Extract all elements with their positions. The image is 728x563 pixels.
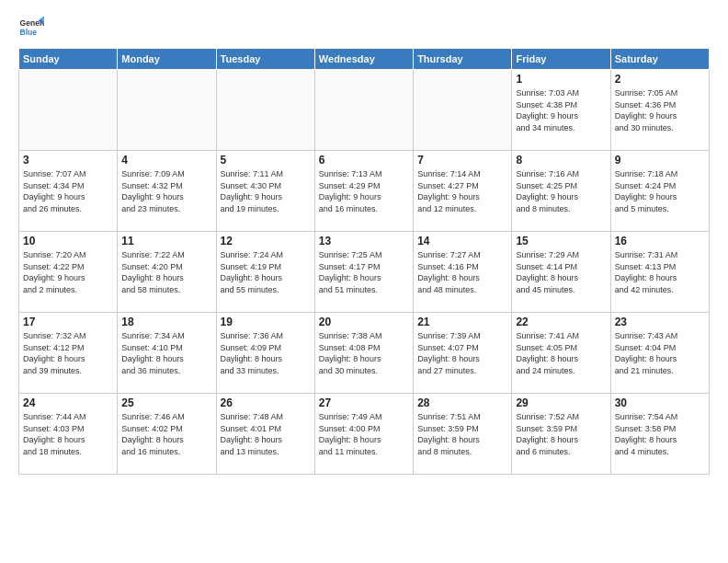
- calendar-cell: 20Sunrise: 7:38 AM Sunset: 4:08 PM Dayli…: [314, 313, 413, 394]
- calendar-cell: 12Sunrise: 7:24 AM Sunset: 4:19 PM Dayli…: [216, 232, 314, 313]
- weekday-header: Wednesday: [314, 49, 413, 70]
- day-info: Sunrise: 7:36 AM Sunset: 4:09 PM Dayligh…: [221, 330, 311, 376]
- calendar-cell: 15Sunrise: 7:29 AM Sunset: 4:14 PM Dayli…: [512, 232, 610, 313]
- calendar-header-row: SundayMondayTuesdayWednesdayThursdayFrid…: [19, 49, 710, 70]
- weekday-header: Monday: [118, 49, 216, 70]
- weekday-header: Thursday: [414, 49, 512, 70]
- calendar-cell: 23Sunrise: 7:43 AM Sunset: 4:04 PM Dayli…: [610, 313, 709, 394]
- calendar-cell: 22Sunrise: 7:41 AM Sunset: 4:05 PM Dayli…: [512, 313, 610, 394]
- calendar-cell: [216, 70, 314, 151]
- day-number: 15: [516, 235, 606, 247]
- weekday-header: Saturday: [610, 49, 709, 70]
- day-info: Sunrise: 7:11 AM Sunset: 4:30 PM Dayligh…: [221, 168, 311, 214]
- logo: General Blue: [18, 15, 44, 40]
- calendar-cell: 30Sunrise: 7:54 AM Sunset: 3:58 PM Dayli…: [610, 394, 709, 475]
- day-number: 8: [516, 154, 606, 167]
- calendar-cell: 2Sunrise: 7:05 AM Sunset: 4:36 PM Daylig…: [610, 70, 709, 151]
- day-info: Sunrise: 7:41 AM Sunset: 4:05 PM Dayligh…: [516, 330, 606, 376]
- day-info: Sunrise: 7:44 AM Sunset: 4:03 PM Dayligh…: [23, 411, 113, 457]
- calendar-week-row: 24Sunrise: 7:44 AM Sunset: 4:03 PM Dayli…: [19, 394, 710, 475]
- svg-text:Blue: Blue: [20, 28, 38, 37]
- day-info: Sunrise: 7:54 AM Sunset: 3:58 PM Dayligh…: [615, 411, 705, 457]
- calendar-cell: 25Sunrise: 7:46 AM Sunset: 4:02 PM Dayli…: [118, 394, 216, 475]
- calendar-week-row: 10Sunrise: 7:20 AM Sunset: 4:22 PM Dayli…: [19, 232, 710, 313]
- day-info: Sunrise: 7:22 AM Sunset: 4:20 PM Dayligh…: [121, 249, 211, 295]
- day-number: 14: [417, 235, 507, 247]
- calendar-cell: [118, 70, 216, 151]
- calendar-cell: 19Sunrise: 7:36 AM Sunset: 4:09 PM Dayli…: [216, 313, 314, 394]
- day-number: 11: [121, 235, 211, 247]
- weekday-header: Sunday: [19, 49, 118, 70]
- day-number: 1: [516, 73, 606, 86]
- day-info: Sunrise: 7:18 AM Sunset: 4:24 PM Dayligh…: [615, 168, 705, 214]
- day-number: 29: [516, 396, 606, 409]
- day-number: 25: [121, 396, 211, 409]
- day-info: Sunrise: 7:14 AM Sunset: 4:27 PM Dayligh…: [417, 168, 507, 214]
- day-number: 7: [417, 154, 507, 167]
- day-number: 9: [615, 154, 705, 167]
- day-info: Sunrise: 7:52 AM Sunset: 3:59 PM Dayligh…: [516, 411, 606, 457]
- day-number: 28: [417, 396, 507, 409]
- day-info: Sunrise: 7:07 AM Sunset: 4:34 PM Dayligh…: [23, 168, 113, 214]
- page-header: General Blue: [18, 15, 710, 40]
- day-number: 6: [319, 154, 409, 167]
- calendar-cell: [19, 70, 118, 151]
- day-info: Sunrise: 7:09 AM Sunset: 4:32 PM Dayligh…: [121, 168, 211, 214]
- calendar-cell: 7Sunrise: 7:14 AM Sunset: 4:27 PM Daylig…: [414, 151, 512, 232]
- calendar-cell: 5Sunrise: 7:11 AM Sunset: 4:30 PM Daylig…: [216, 151, 314, 232]
- calendar-cell: 8Sunrise: 7:16 AM Sunset: 4:25 PM Daylig…: [512, 151, 610, 232]
- day-info: Sunrise: 7:24 AM Sunset: 4:19 PM Dayligh…: [221, 249, 311, 295]
- day-number: 4: [121, 154, 211, 167]
- day-number: 30: [615, 396, 705, 409]
- calendar-cell: [314, 70, 413, 151]
- day-number: 17: [23, 316, 113, 328]
- day-info: Sunrise: 7:46 AM Sunset: 4:02 PM Dayligh…: [121, 411, 211, 457]
- calendar-cell: 6Sunrise: 7:13 AM Sunset: 4:29 PM Daylig…: [314, 151, 413, 232]
- day-number: 2: [615, 73, 705, 86]
- calendar-cell: 13Sunrise: 7:25 AM Sunset: 4:17 PM Dayli…: [314, 232, 413, 313]
- calendar-cell: 16Sunrise: 7:31 AM Sunset: 4:13 PM Dayli…: [610, 232, 709, 313]
- calendar-table: SundayMondayTuesdayWednesdayThursdayFrid…: [18, 48, 710, 475]
- day-number: 13: [319, 235, 409, 247]
- day-number: 20: [319, 316, 409, 328]
- day-info: Sunrise: 7:20 AM Sunset: 4:22 PM Dayligh…: [23, 249, 113, 295]
- day-info: Sunrise: 7:43 AM Sunset: 4:04 PM Dayligh…: [615, 330, 705, 376]
- calendar-cell: 9Sunrise: 7:18 AM Sunset: 4:24 PM Daylig…: [610, 151, 709, 232]
- day-info: Sunrise: 7:34 AM Sunset: 4:10 PM Dayligh…: [121, 330, 211, 376]
- calendar-cell: 24Sunrise: 7:44 AM Sunset: 4:03 PM Dayli…: [19, 394, 118, 475]
- day-number: 5: [221, 154, 311, 167]
- day-number: 22: [516, 316, 606, 328]
- day-info: Sunrise: 7:48 AM Sunset: 4:01 PM Dayligh…: [221, 411, 311, 457]
- day-info: Sunrise: 7:13 AM Sunset: 4:29 PM Dayligh…: [319, 168, 409, 214]
- day-number: 21: [417, 316, 507, 328]
- day-info: Sunrise: 7:25 AM Sunset: 4:17 PM Dayligh…: [319, 249, 409, 295]
- calendar-week-row: 3Sunrise: 7:07 AM Sunset: 4:34 PM Daylig…: [19, 151, 710, 232]
- calendar-cell: 10Sunrise: 7:20 AM Sunset: 4:22 PM Dayli…: [19, 232, 118, 313]
- day-info: Sunrise: 7:49 AM Sunset: 4:00 PM Dayligh…: [319, 411, 409, 457]
- day-info: Sunrise: 7:51 AM Sunset: 3:59 PM Dayligh…: [417, 411, 507, 457]
- day-info: Sunrise: 7:29 AM Sunset: 4:14 PM Dayligh…: [516, 249, 606, 295]
- calendar-cell: 26Sunrise: 7:48 AM Sunset: 4:01 PM Dayli…: [216, 394, 314, 475]
- calendar-cell: 14Sunrise: 7:27 AM Sunset: 4:16 PM Dayli…: [414, 232, 512, 313]
- calendar-cell: 27Sunrise: 7:49 AM Sunset: 4:00 PM Dayli…: [314, 394, 413, 475]
- day-number: 27: [319, 396, 409, 409]
- calendar-cell: 17Sunrise: 7:32 AM Sunset: 4:12 PM Dayli…: [19, 313, 118, 394]
- day-info: Sunrise: 7:31 AM Sunset: 4:13 PM Dayligh…: [615, 249, 705, 295]
- day-number: 3: [23, 154, 113, 167]
- calendar-week-row: 17Sunrise: 7:32 AM Sunset: 4:12 PM Dayli…: [19, 313, 710, 394]
- calendar-cell: 28Sunrise: 7:51 AM Sunset: 3:59 PM Dayli…: [414, 394, 512, 475]
- day-number: 24: [23, 396, 113, 409]
- day-number: 10: [23, 235, 113, 247]
- calendar-cell: 21Sunrise: 7:39 AM Sunset: 4:07 PM Dayli…: [414, 313, 512, 394]
- calendar-cell: 29Sunrise: 7:52 AM Sunset: 3:59 PM Dayli…: [512, 394, 610, 475]
- day-info: Sunrise: 7:03 AM Sunset: 4:38 PM Dayligh…: [516, 87, 606, 133]
- day-number: 16: [615, 235, 705, 247]
- day-number: 23: [615, 316, 705, 328]
- calendar-cell: 4Sunrise: 7:09 AM Sunset: 4:32 PM Daylig…: [118, 151, 216, 232]
- day-number: 26: [221, 396, 311, 409]
- day-info: Sunrise: 7:39 AM Sunset: 4:07 PM Dayligh…: [417, 330, 507, 376]
- calendar-cell: [414, 70, 512, 151]
- day-number: 18: [121, 316, 211, 328]
- day-number: 19: [221, 316, 311, 328]
- day-info: Sunrise: 7:16 AM Sunset: 4:25 PM Dayligh…: [516, 168, 606, 214]
